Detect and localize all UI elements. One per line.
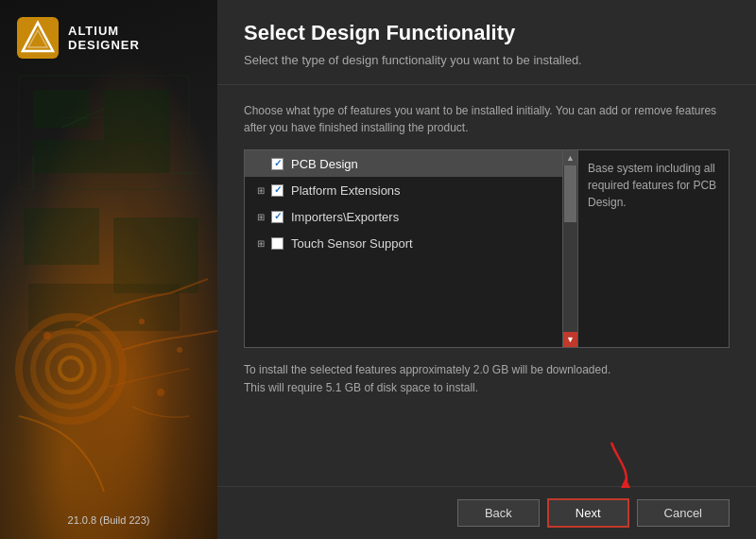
install-info: To install the selected features approxi… [244,361,730,397]
page-subtitle: Select the type of design functionality … [244,53,730,67]
content-panel: Select Design Functionality Select the t… [217,0,756,539]
next-button[interactable]: Next [547,498,629,528]
svg-rect-1 [33,90,90,128]
back-button[interactable]: Back [457,499,540,527]
checkbox-pcb-design[interactable] [271,158,284,170]
svg-rect-2 [104,90,170,142]
features-container: PCB Design ⊞ Platform Extensions ⊞ Impor… [244,149,730,348]
feature-touch-sensor[interactable]: ⊞ Touch Sensor Support [245,230,562,256]
page-title: Select Design Functionality [244,21,730,45]
svg-point-13 [47,345,94,392]
svg-point-17 [177,347,182,353]
scrollbar[interactable]: ▲ ▼ [562,150,577,347]
scroll-track [563,165,577,332]
expand-icon-pcb [254,157,267,170]
svg-point-12 [33,331,109,407]
feature-description-text: Base system including all required featu… [588,162,716,209]
svg-point-16 [139,319,145,324]
logo-text: ALTIUM DESIGNER [68,24,140,52]
feature-description-panel: Base system including all required featu… [577,150,729,347]
install-line2: This will require 5.1 GB of disk space t… [244,379,730,397]
logo-altium: ALTIUM [68,24,140,38]
logo-designer: DESIGNER [68,38,140,52]
feature-pcb-design[interactable]: PCB Design [245,150,562,177]
svg-rect-3 [33,140,170,173]
expand-icon-importers: ⊞ [254,210,267,223]
main-section: Choose what type of features you want to… [217,85,756,486]
svg-point-15 [43,332,51,339]
scroll-down-arrow[interactable]: ▼ [563,332,577,347]
feature-importers-exporters[interactable]: ⊞ Importers\Exporters [245,203,562,230]
scroll-thumb[interactable] [564,165,576,222]
cancel-button[interactable]: Cancel [637,499,730,527]
scroll-up-arrow[interactable]: ▲ [563,150,577,165]
feature-label-touch: Touch Sensor Support [291,236,413,251]
altium-logo-icon [17,17,59,59]
description-text: Choose what type of features you want to… [244,102,730,136]
feature-platform-extensions[interactable]: ⊞ Platform Extensions [245,177,562,203]
next-arrow-annotation [597,438,644,490]
checkbox-importers[interactable] [271,211,284,223]
header-section: Select Design Functionality Select the t… [217,0,756,85]
footer: Back Next Cancel [217,486,756,539]
checkbox-touch[interactable] [271,237,284,250]
checkbox-platform[interactable] [271,184,284,197]
version-label: 21.0.8 (Build 223) [0,514,217,526]
logo-area: ALTIUM DESIGNER [17,17,140,59]
feature-label-importers: Importers\Exporters [291,210,399,224]
features-list: PCB Design ⊞ Platform Extensions ⊞ Impor… [245,150,562,347]
install-line1: To install the selected features approxi… [244,361,730,379]
feature-label-platform: Platform Extensions [291,183,401,198]
feature-label-pcb: PCB Design [291,157,358,171]
svg-point-14 [60,357,82,380]
svg-marker-23 [621,478,630,488]
expand-icon-touch: ⊞ [254,236,267,250]
svg-point-18 [157,389,164,396]
expand-icon-platform: ⊞ [254,183,267,197]
sidebar: ALTIUM DESIGNER 21.0.8 (Build 223) [0,0,217,539]
svg-rect-9 [113,217,198,293]
svg-rect-8 [24,208,99,265]
